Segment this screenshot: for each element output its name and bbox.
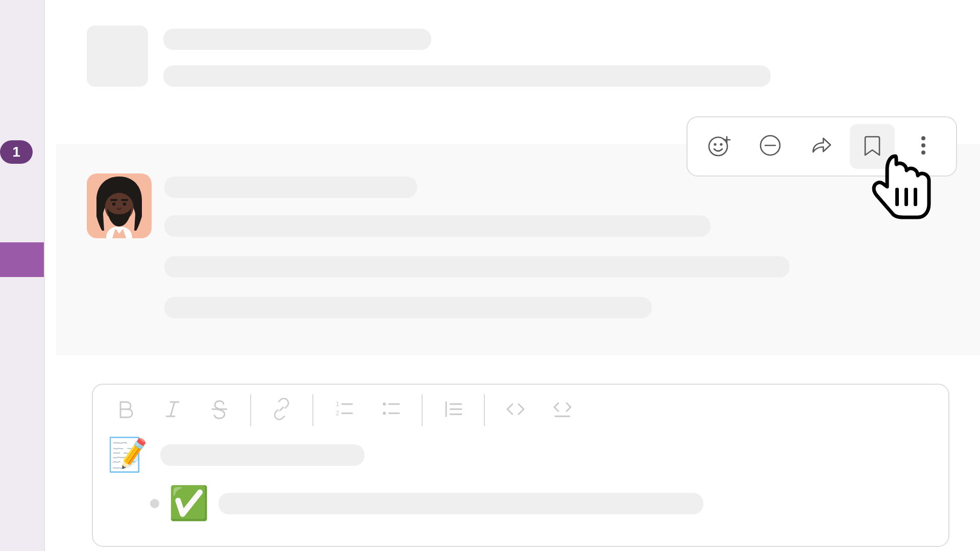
svg-point-18 bbox=[383, 403, 386, 406]
more-actions-button[interactable] bbox=[901, 124, 946, 169]
emoji-plus-icon bbox=[706, 133, 732, 160]
svg-text:2: 2 bbox=[336, 410, 339, 417]
svg-point-10 bbox=[921, 136, 925, 140]
svg-rect-4 bbox=[110, 199, 117, 201]
italic-button[interactable] bbox=[149, 393, 196, 427]
compose-line: 📝 bbox=[107, 436, 934, 474]
toolbar-separator bbox=[312, 394, 313, 426]
text-placeholder bbox=[164, 297, 652, 318]
ordered-list-button[interactable]: 12 bbox=[321, 393, 368, 427]
svg-point-2 bbox=[112, 203, 115, 206]
blockquote-button[interactable] bbox=[430, 393, 477, 427]
bullet-list-icon bbox=[380, 398, 402, 422]
svg-point-12 bbox=[921, 151, 925, 155]
toolbar-separator bbox=[250, 394, 251, 426]
message-composer[interactable]: 12 📝 ✅ bbox=[92, 384, 949, 547]
text-placeholder bbox=[164, 177, 417, 198]
sidebar-edge bbox=[44, 0, 56, 551]
add-reaction-button[interactable] bbox=[697, 124, 742, 169]
compose-body[interactable]: 📝 ✅ bbox=[93, 436, 948, 522]
reply-thread-button[interactable] bbox=[748, 124, 793, 169]
text-placeholder bbox=[160, 444, 364, 466]
list-bullet bbox=[150, 499, 159, 508]
text-placeholder bbox=[163, 29, 431, 50]
bold-button[interactable] bbox=[102, 393, 149, 427]
share-button[interactable] bbox=[799, 124, 844, 169]
active-workspace-indicator[interactable] bbox=[0, 242, 44, 277]
bold-icon bbox=[114, 398, 137, 422]
strikethrough-button[interactable] bbox=[196, 393, 243, 427]
ordered-list-icon: 12 bbox=[333, 398, 355, 422]
bookmark-button[interactable] bbox=[850, 124, 895, 169]
toolbar-separator bbox=[484, 394, 485, 426]
toolbar-separator bbox=[422, 394, 423, 426]
badge-count: 1 bbox=[12, 144, 20, 160]
message-skeleton bbox=[87, 26, 148, 87]
message-actions-toolbar bbox=[687, 116, 957, 177]
workspace-mention-badge[interactable]: 1 bbox=[0, 140, 33, 164]
text-placeholder bbox=[163, 65, 771, 87]
svg-point-8 bbox=[720, 143, 722, 145]
italic-icon bbox=[161, 398, 184, 422]
text-placeholder bbox=[218, 493, 703, 514]
svg-point-19 bbox=[383, 412, 386, 415]
text-placeholder bbox=[164, 256, 790, 278]
svg-rect-5 bbox=[121, 199, 128, 201]
code-block-button[interactable] bbox=[539, 393, 586, 427]
bullet-list-button[interactable] bbox=[368, 393, 414, 427]
channel-content: 12 📝 ✅ bbox=[56, 0, 980, 551]
bookmark-icon bbox=[860, 133, 885, 160]
blockquote-icon bbox=[442, 398, 464, 422]
svg-point-11 bbox=[921, 143, 925, 147]
avatar-placeholder bbox=[87, 26, 148, 87]
strikethrough-icon bbox=[208, 398, 231, 422]
code-block-icon bbox=[551, 398, 574, 422]
composer-format-toolbar: 12 bbox=[93, 385, 948, 436]
code-icon bbox=[504, 398, 527, 422]
text-placeholder bbox=[164, 215, 710, 237]
check-emoji: ✅ bbox=[168, 484, 209, 522]
svg-text:1: 1 bbox=[336, 400, 339, 408]
code-button[interactable] bbox=[492, 393, 539, 427]
link-icon bbox=[271, 398, 293, 422]
thread-icon bbox=[757, 133, 783, 160]
kebab-icon bbox=[911, 133, 936, 160]
svg-point-3 bbox=[123, 203, 126, 206]
memo-emoji: 📝 bbox=[107, 436, 148, 474]
avatar[interactable] bbox=[87, 173, 152, 238]
svg-point-7 bbox=[714, 143, 716, 145]
compose-line: ✅ bbox=[150, 484, 934, 522]
share-arrow-icon bbox=[808, 133, 834, 160]
workspace-rail: 1 bbox=[0, 0, 44, 551]
link-button[interactable] bbox=[258, 393, 305, 427]
